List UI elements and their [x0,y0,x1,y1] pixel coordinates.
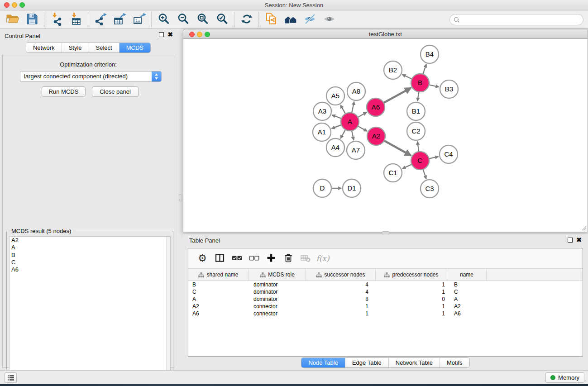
column-header-successor-nodes[interactable]: successor nodes [306,269,376,281]
tab-network[interactable]: Network [26,43,62,52]
mcds-result-item[interactable]: B [10,252,170,259]
run-mcds-button[interactable]: Run MCDS [42,86,86,97]
table-cell[interactable]: A2 [447,303,487,310]
graph-edge-B-B1[interactable] [417,92,419,101]
graph-edge-A-A1[interactable] [332,125,342,129]
criterion-select[interactable]: largest connected component (directed) [20,71,162,82]
table-cell[interactable]: 1 [376,281,447,288]
save-session-button[interactable] [22,12,42,27]
table-cell[interactable]: 8 [306,296,376,302]
table-cell[interactable]: B [447,281,487,288]
column-header-name[interactable]: name [447,269,487,281]
table-cell[interactable]: 0 [376,296,447,302]
network-canvas[interactable]: B4B2BB3A8A5A6B1A3AC2A1A2A4A7C4CC1C3DD1 [183,39,588,232]
search-input[interactable] [462,16,583,24]
graph-edge-A-A2[interactable] [358,126,367,131]
table-close-icon[interactable]: ✖ [576,238,582,243]
graph-edge-C-C4[interactable] [429,157,439,159]
delete-columns-button[interactable] [281,251,296,266]
table-cell[interactable]: 1 [376,310,447,317]
table-cell[interactable]: 1 [306,310,376,317]
export-table-button[interactable] [110,12,129,27]
new-network-from-selection-button[interactable] [261,12,281,27]
export-image-button[interactable] [129,12,149,27]
table-tab-network-table[interactable]: Network Table [388,358,440,367]
graph-edge-A-A6[interactable] [358,112,367,117]
table-cell[interactable]: 1 [376,289,447,295]
table-row-B[interactable]: Bdominator41B [188,281,583,288]
tab-mcds[interactable]: MCDS [119,43,150,52]
table-cell[interactable]: C [188,289,249,295]
graph-edge-B-B4[interactable] [423,64,426,74]
first-neighbors-button[interactable] [281,12,300,27]
mcds-result-item[interactable]: A [10,244,170,251]
result-scrollbar[interactable] [166,237,170,385]
table-cell[interactable]: A [447,296,487,302]
table-tab-motifs[interactable]: Motifs [440,358,469,367]
column-header-MCDS-role[interactable]: MCDS role [249,269,306,281]
export-network-button[interactable] [91,12,110,27]
table-cell[interactable]: 4 [306,281,376,288]
column-header-shared-name[interactable]: shared name [188,269,249,281]
deselect-all-button[interactable] [246,251,262,266]
table-cell[interactable]: C [447,289,487,295]
float-panel-icon[interactable] [159,32,164,37]
table-cell[interactable]: A6 [188,310,249,317]
graph-edge-B-B2[interactable] [402,75,412,79]
graph-edge-C-C2[interactable] [417,142,419,152]
table-settings-button[interactable]: ⚙ [195,251,210,266]
table-cell[interactable]: A6 [447,310,487,317]
close-panel-icon[interactable]: ✖ [167,32,173,37]
graph-edge-A-A5[interactable] [340,105,345,114]
close-panel-button[interactable]: Close panel [92,86,139,97]
table-cell[interactable]: A2 [188,303,249,310]
table-float-icon[interactable] [568,238,573,243]
mcds-result-item[interactable]: A6 [10,266,170,273]
import-network-button[interactable] [47,12,66,27]
graph-edge-C-C1[interactable] [402,164,412,168]
memory-button[interactable]: Memory [545,372,584,383]
graph-edge-B-B3[interactable] [429,85,439,87]
column-header-predecessor-nodes[interactable]: predecessor nodes [376,269,447,281]
graph-edge-A-A4[interactable] [340,129,345,138]
graph-edge-C-C3[interactable] [423,169,426,179]
table-row-A[interactable]: Adominator80A [188,295,583,303]
table-cell[interactable]: 1 [376,303,447,310]
add-column-button[interactable] [263,251,279,266]
horizontal-divider-handle[interactable] [382,231,389,234]
table-cell[interactable]: connector [249,303,306,310]
tab-select[interactable]: Select [89,43,119,52]
table-cell[interactable]: dominator [249,296,306,302]
resize-grip-icon[interactable] [581,225,587,231]
table-cell[interactable]: dominator [249,289,306,295]
zoom-fit-button[interactable] [193,12,212,27]
graph-edge-A-A3[interactable] [332,115,342,119]
zoom-in-button[interactable] [154,12,173,27]
graph-edge-A-A7[interactable] [352,131,354,140]
hide-selected-button[interactable] [300,12,320,27]
table-row-A6[interactable]: A6connector11A6 [188,310,583,317]
mcds-result-item[interactable]: A2 [10,237,170,244]
mcds-result-item[interactable]: C [10,259,170,266]
open-session-button[interactable] [3,12,22,27]
graph-edge-A2-C[interactable] [384,141,411,156]
tab-style[interactable]: Style [62,43,89,52]
table-cell[interactable]: A [188,296,249,302]
table-cell[interactable]: dominator [249,281,306,288]
graph-edge-A6-B[interactable] [384,88,411,103]
task-history-button[interactable] [5,372,17,383]
table-cell[interactable]: B [188,281,249,288]
zoom-out-button[interactable] [173,12,193,27]
import-table-button[interactable] [66,12,86,27]
table-row-C[interactable]: Cdominator41C [188,288,583,295]
graph-edge-A-A8[interactable] [352,102,354,113]
zoom-selected-button[interactable] [212,12,232,27]
refresh-view-button[interactable] [237,12,256,27]
table-tab-node-table[interactable]: Node Table [301,358,345,367]
table-tab-edge-table[interactable]: Edge Table [345,358,388,367]
table-cell[interactable]: 4 [306,289,376,295]
table-row-A2[interactable]: A2connector11A2 [188,303,583,310]
table-cell[interactable]: connector [249,310,306,317]
table-cell[interactable]: 1 [306,303,376,310]
select-all-button[interactable] [229,251,244,266]
